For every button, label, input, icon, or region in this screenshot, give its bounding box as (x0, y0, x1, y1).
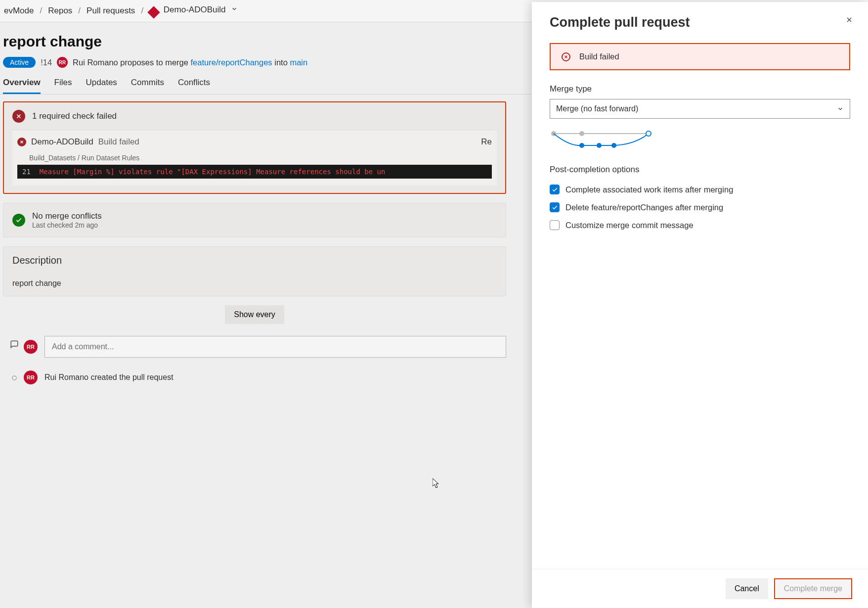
avatar[interactable]: RR (57, 57, 68, 68)
pr-id: !14 (41, 58, 52, 67)
into-word: into (272, 58, 290, 67)
merge-conflicts-title: No merge conflicts (32, 211, 102, 221)
tab-overview[interactable]: Overview (3, 78, 41, 94)
description-heading: Description (12, 255, 497, 266)
panel-title: Complete pull request (550, 15, 850, 30)
proposer-text: Rui Romano proposes to merge (73, 58, 190, 67)
activity-text: Rui Romano created the pull request (44, 373, 174, 382)
svg-point-11 (579, 143, 584, 148)
chevron-down-icon (837, 105, 844, 112)
tab-commits[interactable]: Commits (131, 78, 164, 94)
merge-conflicts-sub: Last checked 2m ago (32, 221, 102, 229)
description-card: Description report change (3, 246, 506, 296)
build-failed-alert: Build failed (550, 43, 850, 70)
fail-icon (17, 138, 26, 146)
fail-icon (12, 110, 25, 123)
log-line: 21Measure [Margin %] violates rule "[DAX… (17, 165, 492, 179)
timeline-dot-icon (12, 375, 17, 380)
avatar[interactable]: RR (24, 340, 38, 354)
pipeline-check: Demo-ADOBuild Build failed Re Build_Data… (12, 130, 497, 186)
svg-point-10 (579, 131, 584, 136)
post-completion-options: Complete associated work items after mer… (550, 185, 850, 230)
breadcrumb-sep: / (78, 6, 81, 16)
avatar[interactable]: RR (24, 371, 38, 384)
merge-conflicts-text: No merge conflicts Last checked 2m ago (32, 211, 102, 229)
svg-point-13 (611, 143, 616, 148)
status-badge: Active (3, 57, 36, 68)
show-everything-button[interactable]: Show every (225, 305, 284, 324)
complete-merge-button[interactable]: Complete merge (774, 578, 852, 599)
breadcrumb-item-current[interactable]: Demo-ADOBuild (149, 5, 238, 17)
pipeline-status: Build failed (98, 137, 139, 147)
breadcrumb-sep: / (141, 6, 143, 16)
pipeline-icon (147, 6, 160, 18)
opt-customize-message[interactable]: Customize merge commit message (550, 220, 850, 230)
checkbox-icon[interactable] (550, 202, 560, 212)
opt-label: Delete feature/reportChanges after mergi… (565, 203, 723, 212)
show-everything-row: Show every (3, 305, 506, 324)
opt-label: Complete associated work items after mer… (565, 185, 733, 194)
breadcrumb-label: Demo-ADOBuild (164, 5, 226, 14)
tab-updates[interactable]: Updates (86, 78, 117, 94)
opt-complete-workitems[interactable]: Complete associated work items after mer… (550, 185, 850, 194)
checkbox-icon[interactable] (550, 220, 560, 230)
svg-point-12 (597, 143, 602, 148)
activity-created: RR Rui Romano created the pull request (24, 371, 506, 384)
source-branch-link[interactable]: feature/reportChanges (191, 58, 272, 67)
checks-card: 1 required check failed Demo-ADOBuild Bu… (3, 101, 506, 194)
panel-footer: Cancel Complete merge (532, 569, 868, 608)
overview-content: 1 required check failed Demo-ADOBuild Bu… (0, 94, 509, 391)
step-path[interactable]: Build_Datasets / Run Dataset Rules (29, 154, 492, 162)
breadcrumb-item[interactable]: Pull requests (87, 6, 135, 16)
post-completion-label: Post-completion options (550, 165, 850, 175)
merge-graph-icon (550, 130, 850, 151)
merge-type-value: Merge (no fast forward) (556, 104, 638, 113)
check-summary-text: 1 required check failed (32, 111, 117, 121)
log-line-number: 21 (22, 168, 31, 176)
cursor-icon (433, 478, 440, 490)
breadcrumb-item[interactable]: Repos (48, 6, 72, 16)
log-line-text: Measure [Margin %] violates rule "[DAX E… (40, 168, 386, 176)
comment-row: RR (24, 336, 506, 358)
merge-type-label: Merge type (550, 84, 850, 94)
merge-conflicts-card: No merge conflicts Last checked 2m ago (3, 203, 506, 237)
tab-conflicts[interactable]: Conflicts (178, 78, 210, 94)
pipeline-check-head[interactable]: Demo-ADOBuild Build failed Re (17, 137, 492, 147)
merge-type-select[interactable]: Merge (no fast forward) (550, 99, 850, 119)
complete-pr-panel: Complete pull request Build failed Merge… (532, 2, 868, 608)
re-label[interactable]: Re (481, 137, 492, 147)
alert-text: Build failed (579, 52, 619, 61)
comment-input[interactable] (44, 336, 506, 358)
tab-files[interactable]: Files (54, 78, 72, 94)
check-summary-row[interactable]: 1 required check failed (12, 110, 497, 123)
comment-icon (10, 340, 19, 350)
target-branch-link[interactable]: main (290, 58, 307, 67)
description-body[interactable]: report change (12, 279, 497, 288)
svg-point-14 (646, 131, 651, 136)
opt-label: Customize merge commit message (565, 221, 694, 230)
opt-delete-branch[interactable]: Delete feature/reportChanges after mergi… (550, 202, 850, 212)
cancel-button[interactable]: Cancel (726, 578, 768, 599)
pipeline-name: Demo-ADOBuild (31, 137, 93, 147)
pr-propose-text: Rui Romano proposes to merge feature/rep… (73, 58, 307, 67)
fail-icon (562, 52, 570, 61)
checkbox-icon[interactable] (550, 185, 560, 194)
breadcrumb-item[interactable]: evMode (4, 6, 34, 16)
success-icon (12, 214, 25, 227)
breadcrumb-sep: / (40, 6, 42, 16)
chevron-down-icon[interactable] (231, 5, 238, 14)
close-icon[interactable] (845, 16, 853, 26)
